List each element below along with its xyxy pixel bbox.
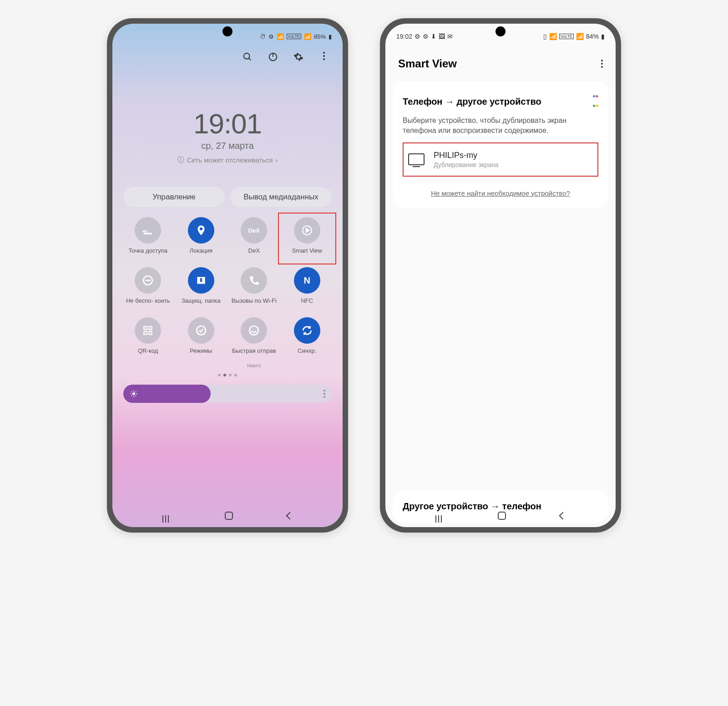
tile-sublabel: Никто [247, 363, 261, 368]
more-icon[interactable] [319, 52, 329, 62]
qs-tile-sync[interactable]: Синхр. [283, 317, 332, 368]
speed-icon: ⏱ [260, 33, 266, 40]
qs-tile-modes[interactable]: Режимы [177, 317, 226, 368]
device-name: PHILIPs-my [434, 151, 499, 160]
svg-line-24 [131, 396, 132, 396]
nav-recent[interactable] [435, 515, 444, 516]
phone-to-device-card: Телефон → другое устройство •••• Выберит… [393, 81, 608, 208]
time-text: 19:01 [112, 107, 343, 140]
chevron-right-icon: › [275, 156, 278, 164]
signal-icon: 📶 [576, 33, 584, 40]
qs-tile-hotspot[interactable]: Точка доступа [123, 217, 173, 262]
app-icon: ✉ [447, 33, 453, 40]
svg-line-1 [249, 58, 251, 61]
nav-bar [385, 504, 616, 527]
camera-hole [222, 26, 233, 36]
quickshare-icon [241, 317, 267, 344]
page-indicator [112, 374, 343, 376]
smartview-header: Smart View [385, 46, 616, 78]
svg-point-4 [144, 232, 146, 234]
svg-line-25 [136, 391, 136, 392]
qs-tile-dex[interactable]: DeXDeX [229, 217, 279, 262]
location-icon [188, 217, 214, 244]
qr-icon [135, 317, 161, 344]
wifi-icon: 📶 [549, 33, 557, 40]
device-item[interactable]: PHILIPs-my Дублирование экрана [403, 142, 598, 177]
qs-tile-dnd[interactable]: Не беспо- коить [123, 267, 173, 312]
battery-pct: 84% [586, 33, 599, 40]
tile-label: DeX [248, 247, 260, 262]
clock-block: 19:01 ср, 27 марта ⓘ Сеть может отслежив… [112, 107, 343, 164]
tile-label: Локация [189, 247, 212, 262]
phone-smart-view: 19:02 ⚙ ⚙ ⬇ 🖼 ✉ ▯ 📶 VoLTE 📶 84% ▮ Sma [380, 18, 621, 533]
tile-label: Синхр. [298, 347, 316, 362]
modes-icon [188, 317, 214, 344]
dex-icon: DeX [241, 217, 267, 244]
tile-label: Защищ. папка [182, 297, 220, 312]
hotspot-icon [135, 217, 161, 244]
tile-label: Вызовы по Wi-Fi [232, 297, 277, 312]
svg-rect-12 [149, 326, 152, 330]
help-link[interactable]: Не можете найти необходимое устройство? [403, 189, 598, 197]
camera-hole [495, 26, 506, 36]
qs-tile-qr[interactable]: QR-код [123, 317, 173, 368]
more-icon[interactable] [601, 60, 603, 68]
slider-more-icon[interactable] [324, 390, 325, 398]
battery-icon: ▮ [601, 33, 605, 40]
nav-bar [112, 504, 343, 527]
sync-icon [294, 317, 320, 344]
nfc-icon: N [294, 267, 320, 294]
tile-label: Режимы [190, 347, 212, 362]
nav-back[interactable] [559, 512, 567, 520]
qs-grid: Точка доступаЛокацияDeXDeXSmart ViewНе б… [123, 217, 332, 368]
svg-marker-6 [306, 229, 309, 233]
signal-icon: 📶 [304, 33, 311, 40]
qs-tile-nfc[interactable]: NNFC [283, 267, 332, 312]
brightness-icon [130, 390, 138, 398]
nav-home[interactable] [225, 512, 233, 520]
qs-tile-quickshare[interactable]: Быстрая отправНикто [229, 317, 279, 368]
secure-icon [188, 267, 214, 294]
svg-line-22 [131, 391, 132, 392]
tile-label: QR-код [138, 347, 158, 362]
network-notice[interactable]: ⓘ Сеть может отслеживаться › [112, 156, 343, 164]
qs-tile-secure[interactable]: Защищ. папка [177, 267, 226, 312]
cast-colored-icon[interactable]: •••• [592, 92, 598, 111]
svg-point-17 [132, 392, 135, 395]
power-icon[interactable] [268, 52, 278, 62]
app-icon: 🖼 [439, 33, 445, 40]
wificall-icon [241, 267, 267, 294]
brightness-slider[interactable] [123, 385, 332, 403]
tv-icon [408, 153, 425, 165]
nav-back[interactable] [286, 512, 294, 520]
tile-label: Точка доступа [128, 247, 167, 262]
svg-rect-13 [144, 331, 147, 335]
nav-recent[interactable] [162, 515, 171, 516]
svg-point-0 [244, 53, 250, 59]
tile-label: Быстрая отправ [232, 347, 276, 362]
date-text: ср, 27 марта [112, 141, 343, 151]
qs-tile-location[interactable]: Локация [177, 217, 226, 262]
page-title: Smart View [398, 57, 457, 70]
nav-home[interactable] [498, 512, 506, 520]
tab-manage[interactable]: Управление [123, 187, 225, 207]
volte-icon: VoLTE [559, 34, 574, 39]
phone-quick-settings: ⏱ ⚙ 📶 VoLTE 📶 85% ▮ 19:01 ср, 27 марта ⓘ [107, 18, 348, 533]
tab-media[interactable]: Вывод медиаданных [230, 187, 332, 207]
section-desc: Выберите устройство, чтобы дублировать э… [403, 116, 598, 136]
status-time: 19:02 [396, 33, 412, 40]
app-icon: ⚙ [423, 33, 429, 40]
battery-icon: ▮ [329, 33, 332, 40]
tile-label: Smart View [292, 247, 322, 262]
search-icon[interactable] [243, 52, 253, 62]
svg-rect-14 [149, 331, 152, 335]
qs-tile-smartview[interactable]: Smart View [283, 217, 332, 262]
device-sub: Дублирование экрана [434, 161, 499, 168]
svg-rect-11 [144, 326, 147, 330]
settings-icon[interactable] [293, 52, 303, 62]
qs-tabs: Управление Вывод медиаданных [123, 187, 332, 207]
tile-label: NFC [301, 297, 313, 312]
volte-icon: VoLTE [287, 34, 301, 39]
info-icon: ⓘ [177, 156, 184, 164]
qs-tile-wificall[interactable]: Вызовы по Wi-Fi [229, 267, 279, 312]
